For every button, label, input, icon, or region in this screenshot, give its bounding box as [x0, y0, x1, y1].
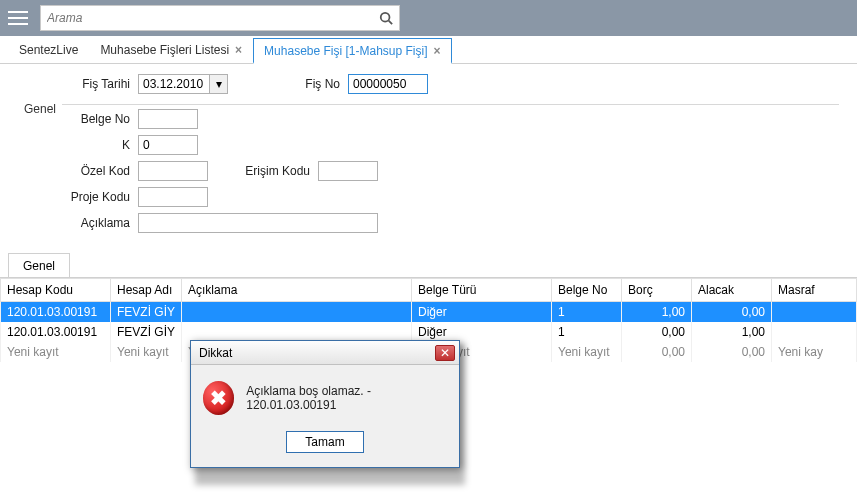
cell-belge-turu: Diğer [412, 302, 552, 323]
cell-hesap-kodu: 120.01.03.00191 [1, 302, 111, 323]
tab-fis-listesi[interactable]: Muhasebe Fişleri Listesi × [89, 37, 253, 63]
col-hesap-adi[interactable]: Hesap Adı [111, 279, 182, 302]
proje-kodu-label: Proje Kodu [18, 190, 138, 204]
chevron-down-icon: ▾ [216, 77, 222, 91]
subtab-genel[interactable]: Genel [8, 253, 70, 277]
search-icon[interactable] [373, 6, 399, 30]
cell-alacak: 0,00 [692, 302, 772, 323]
k-input[interactable] [138, 135, 198, 155]
svg-point-0 [381, 13, 390, 22]
dialog-titlebar: Dikkat ✕ [191, 341, 459, 365]
fis-no-label: Fiş No [228, 77, 348, 91]
cell-hesap-adi: FEVZİ GİY [111, 322, 182, 342]
fis-tarihi-input[interactable] [138, 74, 210, 94]
cell-alacak: 0,00 [692, 342, 772, 362]
search-input[interactable] [41, 6, 373, 30]
date-picker-button[interactable]: ▾ [210, 74, 228, 94]
cell-borc: 0,00 [622, 322, 692, 342]
fis-tarihi-label: Fiş Tarihi [18, 77, 138, 91]
tab-sentezlive[interactable]: SentezLive [8, 37, 89, 63]
col-aciklama[interactable]: Açıklama [182, 279, 412, 302]
aciklama-label: Açıklama [18, 216, 138, 230]
dialog-message: Açıklama boş olamaz. - 120.01.03.00191 [246, 384, 447, 412]
cell-borc: 0,00 [622, 342, 692, 362]
hamburger-menu-button[interactable] [0, 0, 36, 36]
tab-label: SentezLive [19, 43, 78, 57]
section-label-genel: Genel [18, 102, 62, 116]
document-tabs: SentezLive Muhasebe Fişleri Listesi × Mu… [0, 36, 857, 64]
close-icon: ✕ [440, 346, 450, 360]
ozel-kod-input[interactable] [138, 161, 208, 181]
cell-hesap-adi: FEVZİ GİY [111, 302, 182, 323]
error-icon: ✖ [203, 381, 234, 415]
cell-hesap-kodu: Yeni kayıt [1, 342, 111, 362]
cell-hesap-kodu: 120.01.03.00191 [1, 322, 111, 342]
grid-header-row: Hesap Kodu Hesap Adı Açıklama Belge Türü… [1, 279, 857, 302]
tab-label: Muhasebe Fişi [1-Mahsup Fişi] [264, 44, 427, 58]
erisim-kodu-input[interactable] [318, 161, 378, 181]
tab-label: Muhasebe Fişleri Listesi [100, 43, 229, 57]
cell-masraf [772, 302, 857, 323]
ozel-kod-label: Özel Kod [18, 164, 138, 178]
table-row[interactable]: 120.01.03.00191 FEVZİ GİY Diğer 1 0,00 1… [1, 322, 857, 342]
cell-masraf: Yeni kay [772, 342, 857, 362]
cell-belge-no: 1 [552, 322, 622, 342]
alert-dialog: Dikkat ✕ ✖ Açıklama boş olamaz. - 120.01… [190, 340, 460, 468]
cell-alacak: 1,00 [692, 322, 772, 342]
col-hesap-kodu[interactable]: Hesap Kodu [1, 279, 111, 302]
cell-borc: 1,00 [622, 302, 692, 323]
dialog-title-text: Dikkat [199, 346, 232, 360]
aciklama-input[interactable] [138, 213, 378, 233]
dialog-close-button[interactable]: ✕ [435, 345, 455, 361]
top-bar [0, 0, 857, 36]
tab-muhasebe-fisi[interactable]: Muhasebe Fişi [1-Mahsup Fişi] × [253, 38, 451, 64]
proje-kodu-input[interactable] [138, 187, 208, 207]
cell-masraf [772, 322, 857, 342]
fis-no-input[interactable] [348, 74, 428, 94]
cell-belge-turu: Diğer [412, 322, 552, 342]
belge-no-input[interactable] [138, 109, 198, 129]
col-belge-no[interactable]: Belge No [552, 279, 622, 302]
cell-belge-no: Yeni kayıt [552, 342, 622, 362]
close-icon[interactable]: × [434, 44, 441, 58]
ok-button[interactable]: Tamam [286, 431, 363, 453]
col-belge-turu[interactable]: Belge Türü [412, 279, 552, 302]
form-zone: Fiş Tarihi ▾ Fiş No Genel Belge No K Öze… [0, 64, 857, 245]
subtab-label: Genel [23, 259, 55, 273]
cell-belge-no: 1 [552, 302, 622, 323]
col-borc[interactable]: Borç [622, 279, 692, 302]
col-masraf[interactable]: Masraf [772, 279, 857, 302]
table-row[interactable]: 120.01.03.00191 FEVZİ GİY Diğer 1 1,00 0… [1, 302, 857, 323]
search-field-wrap [40, 5, 400, 31]
k-label: K [18, 138, 138, 152]
close-icon[interactable]: × [235, 43, 242, 57]
erisim-kodu-label: Erişim Kodu [208, 164, 318, 178]
svg-line-1 [389, 21, 393, 25]
cell-hesap-adi: Yeni kayıt [111, 342, 182, 362]
cell-aciklama [182, 322, 412, 342]
col-alacak[interactable]: Alacak [692, 279, 772, 302]
cell-aciklama [182, 302, 412, 323]
